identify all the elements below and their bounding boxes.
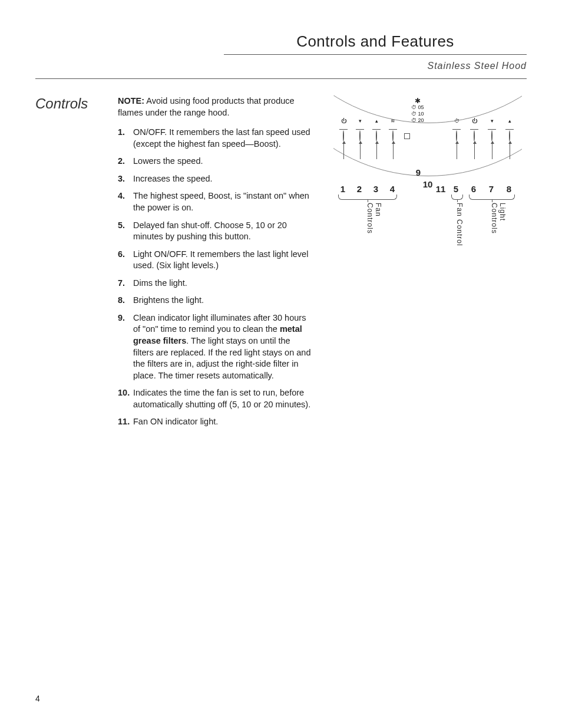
callout-11: 11 bbox=[435, 184, 447, 194]
item-text: Lowers the speed. bbox=[133, 156, 312, 167]
item-number: 4. bbox=[118, 190, 133, 213]
btn-1: ⏻ bbox=[339, 118, 348, 159]
item-number: 6. bbox=[118, 249, 133, 272]
list-item: 9.Clean indicator light illuminates afte… bbox=[118, 312, 312, 381]
item-text: Brightens the light. bbox=[133, 295, 312, 307]
divider bbox=[35, 78, 527, 79]
callout-2: 2 bbox=[353, 184, 365, 194]
down-icon: ▾ bbox=[356, 118, 364, 130]
timer-indicator-stack: ✱ ⏱ 05 ⏱ 10 ⏱ 20 bbox=[411, 98, 424, 124]
list-item: 4.The highest speed, Boost, is "instant … bbox=[118, 190, 312, 213]
list-item: 7.Dims the light. bbox=[118, 278, 312, 289]
power-icon: ⏻ bbox=[339, 118, 348, 130]
item-text: ON/OFF. It remembers the last fan speed … bbox=[133, 127, 312, 150]
item-number: 1. bbox=[118, 127, 133, 150]
diagram-column: ✱ ⏱ 05 ⏱ 10 ⏱ 20 ⏻ ▾ ▴ ≋ ⏱ ⏻ ▾ ▴ 1 2 bbox=[312, 95, 527, 434]
label-light-controls: Light Controls bbox=[490, 203, 507, 249]
item-text: Fan ON indicator light. bbox=[133, 416, 312, 428]
btn-2: ▾ bbox=[356, 118, 364, 159]
item-number: 9. bbox=[118, 312, 133, 381]
note-line: NOTE: Avoid using food products that pro… bbox=[118, 95, 312, 118]
list-item: 5.Delayed fan shut-off. Choose 5, 10 or … bbox=[118, 220, 312, 243]
item-text: Dims the light. bbox=[133, 278, 312, 289]
list-item: 10.Indicates the time the fan is set to … bbox=[118, 387, 312, 410]
section-heading: Controls bbox=[35, 95, 118, 434]
page-title: Controls and Features bbox=[224, 32, 527, 55]
timer-row: ⏱ 20 bbox=[411, 117, 424, 124]
label-fan-controls: Fan Controls bbox=[366, 203, 382, 249]
item-text: Increases the speed. bbox=[133, 173, 312, 185]
brace-light-controls bbox=[469, 195, 515, 200]
list-item: 1.ON/OFF. It remembers the last fan spee… bbox=[118, 127, 312, 150]
timer-row: ⏱ 05 bbox=[411, 104, 424, 111]
btn-5: ⏱ bbox=[452, 118, 461, 159]
note-text: Avoid using food products that produce f… bbox=[118, 96, 295, 117]
callout-4: 4 bbox=[386, 184, 398, 194]
note-label: NOTE: bbox=[118, 96, 144, 106]
callout-1: 1 bbox=[337, 184, 349, 194]
item-text: Delayed fan shut-off. Choose 5, 10 or 20… bbox=[133, 220, 312, 243]
instructions-column: NOTE: Avoid using food products that pro… bbox=[118, 95, 312, 434]
callout-8: 8 bbox=[503, 184, 515, 194]
list-item: 3.Increases the speed. bbox=[118, 173, 312, 185]
btn-8: ▴ bbox=[505, 118, 514, 159]
boost-icon: ≋ bbox=[389, 118, 397, 130]
item-number: 7. bbox=[118, 278, 133, 289]
timer-row: ⏱ 10 bbox=[411, 111, 424, 117]
btn-4: ≋ bbox=[389, 118, 397, 159]
item-text: Indicates the time the fan is set to run… bbox=[133, 387, 312, 410]
callout-7: 7 bbox=[485, 184, 497, 194]
btn-6: ⏻ bbox=[470, 118, 478, 159]
label-fan-control: Fan Control bbox=[455, 203, 464, 246]
timer-icon: ⏱ bbox=[452, 118, 461, 130]
control-panel-diagram: ✱ ⏱ 05 ⏱ 10 ⏱ 20 ⏻ ▾ ▴ ≋ ⏱ ⏻ ▾ ▴ 1 2 bbox=[333, 95, 522, 249]
callout-6: 6 bbox=[468, 184, 480, 194]
btn-3: ▴ bbox=[372, 118, 381, 159]
item-text: Light ON/OFF. It remembers the last ligh… bbox=[133, 249, 312, 272]
callout-9: 9 bbox=[412, 167, 424, 177]
item-number: 2. bbox=[118, 156, 133, 167]
item-number: 5. bbox=[118, 220, 133, 243]
list-item: 11.Fan ON indicator light. bbox=[118, 416, 312, 428]
down-icon: ▾ bbox=[488, 118, 496, 130]
callout-10: 10 bbox=[422, 179, 434, 189]
item-text: Clean indicator light illuminates after … bbox=[133, 312, 312, 381]
list-item: 6.Light ON/OFF. It remembers the last li… bbox=[118, 249, 312, 272]
clean-indicator-icon: ✱ bbox=[411, 98, 424, 104]
item-number: 10. bbox=[118, 387, 133, 410]
brace-fan-controls bbox=[338, 195, 397, 200]
item-number: 3. bbox=[118, 173, 133, 185]
page-subtitle: Stainless Steel Hood bbox=[35, 61, 527, 71]
up-icon: ▴ bbox=[505, 118, 514, 130]
callout-3: 3 bbox=[370, 184, 382, 194]
btn-7: ▾ bbox=[488, 118, 496, 159]
brace-fan-control bbox=[451, 195, 463, 200]
item-number: 11. bbox=[118, 416, 133, 428]
page-number: 4 bbox=[35, 694, 40, 703]
controls-list: 1.ON/OFF. It remembers the last fan spee… bbox=[118, 127, 312, 428]
up-icon: ▴ bbox=[372, 118, 381, 130]
item-number: 8. bbox=[118, 295, 133, 307]
list-item: 2.Lowers the speed. bbox=[118, 156, 312, 167]
power-icon: ⏻ bbox=[470, 118, 478, 130]
fan-on-indicator bbox=[404, 133, 410, 139]
callout-5: 5 bbox=[450, 184, 462, 194]
item-text: The highest speed, Boost, is "instant on… bbox=[133, 190, 312, 213]
list-item: 8.Brightens the light. bbox=[118, 295, 312, 307]
